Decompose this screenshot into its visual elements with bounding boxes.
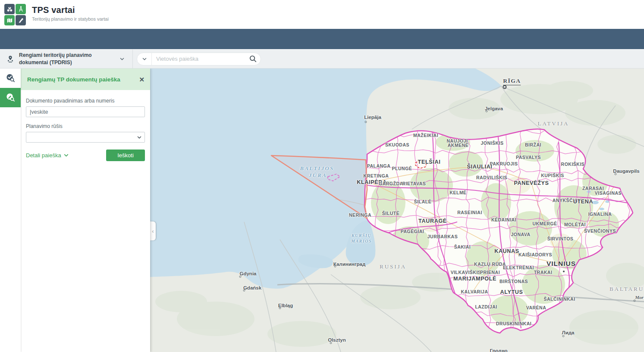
location-search-button[interactable] <box>245 53 261 65</box>
detailed-search-label: Detali paieška <box>26 152 61 159</box>
binoculars-icon <box>4 4 15 14</box>
location-search-input[interactable] <box>152 56 245 62</box>
chevron-down-icon <box>141 56 148 62</box>
basemap-svg <box>150 69 644 352</box>
chevron-down-icon <box>136 134 142 140</box>
draft-documents-search-button[interactable] <box>0 88 21 107</box>
detailed-search-link[interactable]: Detali paieška <box>26 152 69 159</box>
document-name-input[interactable] <box>26 106 145 117</box>
chevron-left-icon: ‹ <box>152 228 154 234</box>
draft-documents-search-icon <box>6 93 16 103</box>
panel-title: Rengiamų TP dokumentų paieška <box>27 76 120 83</box>
planning-type-select[interactable] <box>26 132 145 143</box>
approved-documents-search-button[interactable] <box>0 69 21 88</box>
app-header: TPS vartai Teritorijų planavimo ir staty… <box>0 0 644 29</box>
nav-band <box>0 29 644 49</box>
app-subtitle: Teritorijų planavimo ir statybos vartai <box>32 16 109 22</box>
panel-header: Rengiamų TP dokumentų paieška ✕ <box>21 69 150 90</box>
chevron-down-icon <box>63 152 69 159</box>
approved-documents-search-icon <box>6 73 16 83</box>
chevron-down-icon <box>119 56 125 62</box>
search-type-dropdown[interactable] <box>137 53 152 65</box>
close-icon[interactable]: ✕ <box>139 76 145 83</box>
location-search <box>137 53 261 65</box>
map-icon <box>4 15 15 25</box>
app-title: TPS vartai <box>32 5 109 15</box>
magnifier-icon <box>249 55 257 63</box>
app-logo[interactable] <box>4 4 27 25</box>
panel-collapse-handle[interactable]: ‹ <box>150 221 156 240</box>
search-button[interactable]: Ieškoti <box>106 150 145 161</box>
document-type-label: Rengiami teritorijų planavimo dokumentai… <box>19 52 115 65</box>
document-type-dropdown[interactable]: Rengiami teritorijų planavimo dokumentai… <box>0 50 131 68</box>
planning-type-label: Planavimo rūšis <box>26 123 145 129</box>
toolbar-divider <box>132 50 133 69</box>
tp-document-search-panel: Rengiamų TP dokumentų paieška ✕ Dokument… <box>21 69 150 352</box>
tool-sidebar <box>0 69 21 352</box>
panel-body: Dokumento pavadinimas arba numeris Plana… <box>21 90 150 166</box>
toolbar: Rengiami teritorijų planavimo dokumentai… <box>0 50 644 69</box>
documents-pins-icon <box>6 55 15 63</box>
brush-icon <box>16 15 26 25</box>
document-name-label: Dokumento pavadinimas arba numeris <box>26 98 145 104</box>
compass-icon <box>16 4 26 14</box>
